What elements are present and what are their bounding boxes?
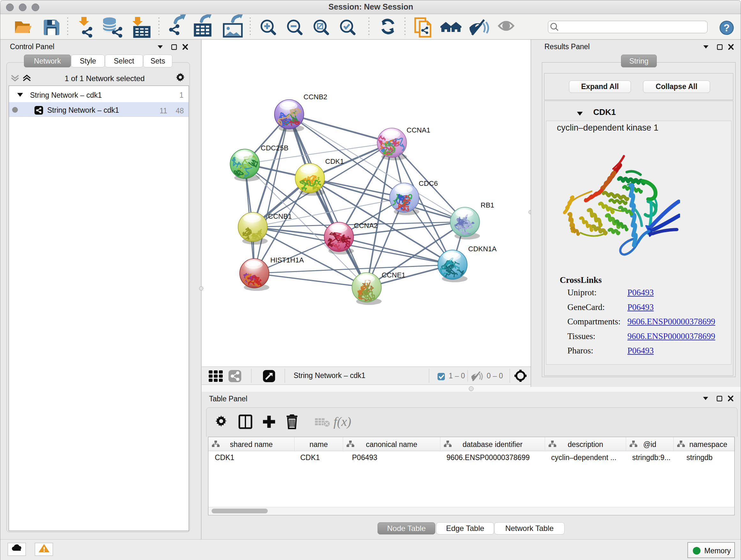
svg-text:CCNA1: CCNA1 bbox=[407, 126, 430, 134]
svg-text:CDC6: CDC6 bbox=[419, 179, 438, 187]
svg-text:HIST1H1A: HIST1H1A bbox=[270, 256, 304, 264]
svg-text:CCNB2: CCNB2 bbox=[304, 93, 327, 101]
svg-text:CCNA2: CCNA2 bbox=[354, 222, 378, 230]
svg-text:CDK1: CDK1 bbox=[325, 158, 344, 165]
svg-text:?: ? bbox=[724, 22, 730, 34]
svg-text:CCNE1: CCNE1 bbox=[382, 271, 406, 279]
svg-text:RB1: RB1 bbox=[481, 201, 494, 209]
svg-text:CCNB1: CCNB1 bbox=[268, 212, 292, 220]
svg-text:f(x): f(x) bbox=[333, 415, 351, 429]
svg-text:CDKN1A: CDKN1A bbox=[468, 245, 497, 253]
svg-text:CDC25B: CDC25B bbox=[261, 144, 288, 152]
